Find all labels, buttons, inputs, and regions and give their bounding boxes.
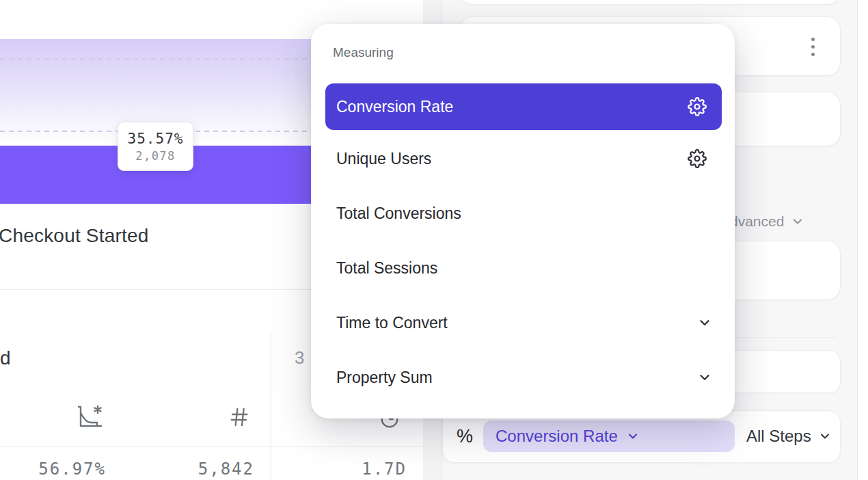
- steps-selector-button[interactable]: All Steps: [746, 427, 832, 446]
- measuring-dropdown: Measuring Conversion Rate Unique Users T…: [311, 24, 735, 418]
- table-row-divider: [0, 446, 423, 446]
- chevron-down-icon: [818, 429, 832, 443]
- menu-item-label: Conversion Rate: [336, 98, 453, 116]
- table-cell-conversion-rate: 56.97%: [10, 459, 106, 479]
- menu-item-unique-users[interactable]: Unique Users: [325, 143, 722, 174]
- menu-item-label: Property Sum: [336, 369, 433, 387]
- chevron-down-icon: [791, 215, 804, 228]
- dropdown-section-label: Measuring: [333, 45, 394, 60]
- menu-item-total-sessions[interactable]: Total Sessions: [325, 252, 722, 284]
- metric-pill-button[interactable]: Conversion Rate: [483, 421, 735, 452]
- builder-card-top: [459, 0, 841, 5]
- steps-selector-label: All Steps: [746, 427, 811, 446]
- gear-icon[interactable]: [688, 149, 707, 168]
- chevron-down-icon: [697, 315, 712, 330]
- hash-icon[interactable]: [228, 406, 250, 428]
- funnel-tooltip: 35.57% 2,078: [118, 122, 193, 171]
- kebab-menu-icon[interactable]: [811, 38, 815, 56]
- conversion-rate-icon[interactable]: [77, 404, 104, 430]
- table-cell-count: 5,842: [159, 459, 254, 479]
- tooltip-count: 2,078: [135, 149, 176, 163]
- table-column-divider: [271, 332, 271, 480]
- menu-item-label: Total Conversions: [336, 204, 461, 223]
- menu-item-label: Unique Users: [336, 150, 431, 168]
- gear-icon[interactable]: [688, 97, 707, 116]
- menu-item-conversion-rate[interactable]: Conversion Rate: [325, 83, 722, 130]
- menu-item-label: Time to Convert: [336, 314, 448, 332]
- table-step-number: 3: [295, 347, 304, 369]
- menu-item-property-sum[interactable]: Property Sum: [325, 362, 722, 393]
- percent-symbol: %: [457, 426, 473, 447]
- menu-item-total-conversions[interactable]: Total Conversions: [325, 198, 722, 229]
- funnel-report-screen: 35.57% 2,078 Checkout Started d 3: [0, 0, 868, 480]
- table-cell-time: 1.7D: [311, 459, 407, 479]
- table-step-label-fragment: d: [0, 347, 11, 369]
- menu-item-time-to-convert[interactable]: Time to Convert: [325, 307, 722, 338]
- menu-item-label: Total Sessions: [336, 259, 437, 278]
- chevron-down-icon: [626, 429, 640, 443]
- metric-pill-label: Conversion Rate: [496, 427, 618, 446]
- funnel-step-label: Checkout Started: [0, 225, 149, 247]
- chevron-down-icon: [697, 370, 712, 385]
- tooltip-rate: 35.57%: [128, 131, 184, 147]
